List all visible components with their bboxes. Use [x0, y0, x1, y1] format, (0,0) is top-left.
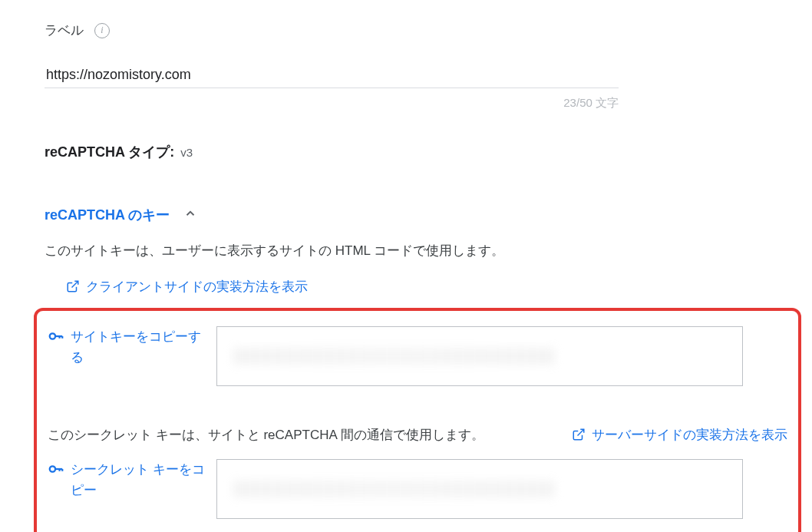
key-icon — [48, 328, 64, 348]
client-side-link-text: クライアントサイドの実装方法を表示 — [86, 278, 308, 296]
keys-section-title: reCAPTCHA のキー — [45, 206, 170, 224]
external-link-icon — [66, 279, 80, 293]
keys-highlight-box: サイトキーをコピーする このシークレット キーは、サイトと reCAPTCHA … — [34, 308, 801, 533]
svg-line-0 — [72, 281, 78, 287]
info-icon[interactable]: i — [94, 23, 110, 38]
svg-point-1 — [50, 333, 55, 339]
svg-point-6 — [50, 466, 55, 471]
recaptcha-type-row: reCAPTCHA タイプ: v3 — [45, 143, 767, 161]
keys-section-header[interactable]: reCAPTCHA のキー — [45, 206, 767, 224]
svg-line-5 — [578, 429, 584, 435]
copy-secret-key-label: シークレット キーをコピー — [71, 459, 209, 501]
secret-key-desc-row: このシークレット キーは、サイトと reCAPTCHA 間の通信で使用します。 … — [48, 426, 787, 444]
label-row: ラベル i — [45, 21, 767, 39]
external-link-icon — [572, 428, 586, 441]
site-key-value-box[interactable] — [216, 326, 743, 386]
label-title: ラベル — [45, 21, 84, 39]
recaptcha-type-label: reCAPTCHA タイプ: — [45, 143, 174, 161]
site-key-value-redacted — [233, 348, 555, 365]
secret-key-row: シークレット キーをコピー — [48, 459, 787, 519]
label-url-input[interactable] — [45, 62, 619, 88]
key-icon — [48, 461, 64, 481]
client-side-link[interactable]: クライアントサイドの実装方法を表示 — [66, 278, 767, 296]
server-side-link[interactable]: サーバーサイドの実装方法を表示 — [572, 426, 787, 444]
char-counter: 23/50 文字 — [45, 96, 619, 111]
copy-secret-key-button[interactable]: シークレット キーをコピー — [48, 459, 209, 501]
secret-key-value-box[interactable] — [216, 459, 743, 519]
site-key-description: このサイトキーは、ユーザーに表示するサイトの HTML コードで使用します。 — [45, 241, 767, 261]
secret-key-description: このシークレット キーは、サイトと reCAPTCHA 間の通信で使用します。 — [48, 426, 484, 444]
recaptcha-type-value: v3 — [180, 146, 193, 159]
site-key-row: サイトキーをコピーする — [48, 326, 787, 386]
server-side-link-text: サーバーサイドの実装方法を表示 — [592, 426, 787, 444]
secret-key-value-redacted — [233, 481, 555, 497]
copy-site-key-button[interactable]: サイトキーをコピーする — [48, 326, 209, 368]
chevron-up-icon — [183, 207, 197, 223]
copy-site-key-label: サイトキーをコピーする — [71, 326, 209, 368]
